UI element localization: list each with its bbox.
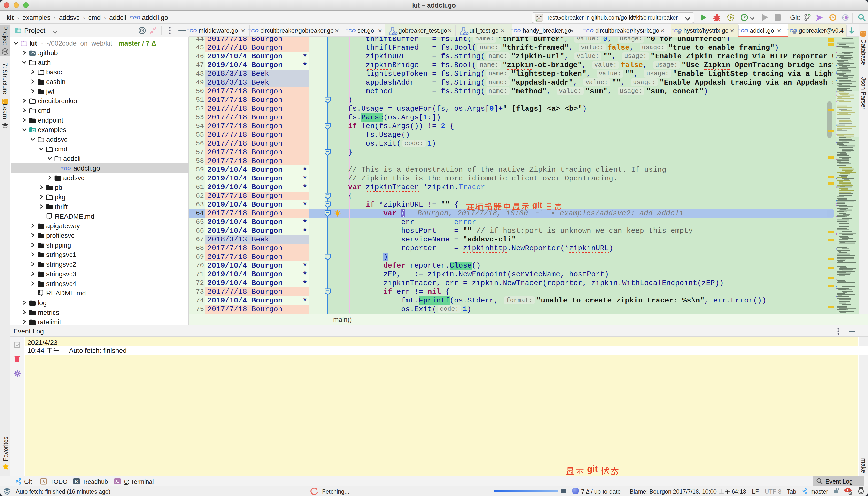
- svg-text:GO: GO: [133, 15, 140, 20]
- svg-text:GO: GO: [348, 28, 356, 33]
- svg-text:GO: GO: [392, 31, 398, 36]
- svg-text:R: R: [75, 479, 78, 484]
- svg-text:GO: GO: [463, 31, 469, 36]
- svg-text:GO: GO: [64, 166, 71, 171]
- svg-text:GO: GO: [586, 28, 593, 33]
- svg-text:GO: GO: [513, 28, 521, 33]
- svg-text:GO: GO: [189, 28, 197, 33]
- svg-text:GO: GO: [741, 28, 748, 33]
- svg-text:GO: GO: [251, 28, 259, 33]
